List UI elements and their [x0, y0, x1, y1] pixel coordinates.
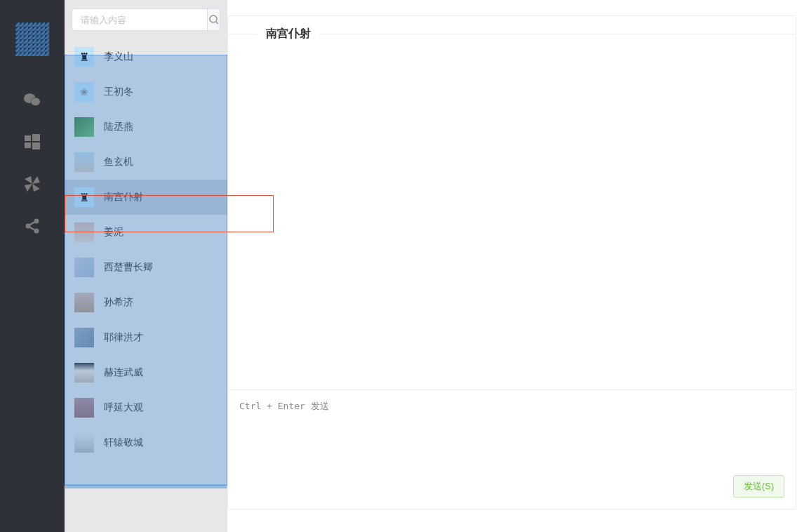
contact-avatar [74, 258, 94, 277]
wechat-icon[interactable] [24, 91, 41, 108]
svg-rect-3 [25, 135, 31, 141]
chat-input-area[interactable]: Ctrl + Enter 发送 发送(S) [228, 390, 796, 509]
svg-point-16 [210, 15, 217, 22]
contact-panel: ♜李义山❀王初冬陆丞燕鱼玄机♜南宫仆射姜泥西楚曹长卿孙希济耶律洪才赫连武威呼延大… [65, 0, 227, 532]
chat-title: 南宫仆射 [258, 27, 319, 41]
contact-name: 陆丞燕 [104, 121, 133, 133]
windows-icon[interactable] [24, 133, 41, 150]
contact-item[interactable]: 陆丞燕 [65, 109, 227, 145]
contact-item[interactable]: 赫连武威 [65, 355, 227, 390]
contact-item[interactable]: ♜李义山 [65, 39, 227, 74]
svg-rect-15 [27, 225, 36, 232]
contact-avatar [74, 398, 94, 418]
contact-item[interactable]: 孙希济 [65, 285, 227, 320]
contact-name: 李义山 [104, 51, 133, 63]
contact-avatar [74, 293, 94, 312]
contact-name: 赫连武威 [104, 366, 143, 379]
pinwheel-icon[interactable] [24, 175, 41, 192]
contact-name: 鱼玄机 [104, 156, 133, 168]
contact-name: 王初冬 [104, 86, 133, 98]
contact-item[interactable]: ❀王初冬 [65, 74, 227, 109]
contact-avatar [74, 222, 94, 242]
chat-message-area [228, 51, 796, 390]
contact-name: 姜泥 [104, 226, 123, 239]
contact-avatar: ♜ [74, 187, 94, 207]
contact-list: ♜李义山❀王初冬陆丞燕鱼玄机♜南宫仆射姜泥西楚曹长卿孙希济耶律洪才赫连武威呼延大… [65, 39, 227, 532]
contact-name: 南宫仆射 [104, 191, 143, 204]
contact-name: 耶律洪才 [104, 331, 143, 344]
search-bar [65, 0, 227, 39]
contact-item[interactable]: ♜南宫仆射 [65, 180, 227, 215]
contact-avatar [74, 363, 94, 383]
contact-item[interactable]: 鱼玄机 [65, 145, 227, 180]
contact-item[interactable]: 呼延大观 [65, 390, 227, 425]
svg-marker-8 [32, 176, 40, 184]
svg-point-2 [31, 98, 40, 105]
contact-avatar [74, 328, 94, 347]
search-input[interactable] [72, 8, 207, 31]
svg-marker-9 [32, 184, 40, 192]
contact-item[interactable]: 姜泥 [65, 215, 227, 250]
contact-avatar [74, 117, 94, 137]
svg-marker-7 [25, 176, 32, 184]
user-avatar[interactable] [15, 22, 49, 56]
search-button[interactable] [207, 8, 220, 31]
contact-item[interactable]: 耶律洪才 [65, 320, 227, 355]
svg-line-17 [216, 22, 218, 24]
chat-panel: 南宫仆射 Ctrl + Enter 发送 发送(S) [227, 15, 796, 510]
contact-avatar [74, 152, 94, 172]
contact-name: 西楚曹长卿 [104, 261, 153, 274]
share-icon[interactable] [24, 218, 41, 234]
svg-marker-10 [25, 184, 32, 192]
contact-avatar [74, 433, 94, 453]
nav-sidebar [0, 0, 65, 532]
contact-avatar: ❀ [74, 82, 94, 102]
input-hint: Ctrl + Enter 发送 [239, 400, 784, 413]
contact-name: 呼延大观 [104, 401, 143, 414]
contact-avatar: ♜ [74, 47, 94, 67]
contact-name: 孙希济 [104, 296, 133, 309]
contact-name: 轩辕敬城 [104, 437, 143, 449]
svg-rect-6 [32, 142, 40, 149]
chat-header: 南宫仆射 [228, 16, 796, 51]
contact-item[interactable]: 轩辕敬城 [65, 425, 227, 460]
svg-rect-4 [32, 134, 40, 141]
send-button[interactable]: 发送(S) [733, 475, 784, 498]
app-root: ♜李义山❀王初冬陆丞燕鱼玄机♜南宫仆射姜泥西楚曹长卿孙希济耶律洪才赫连武威呼延大… [0, 0, 809, 532]
contact-item[interactable]: 西楚曹长卿 [65, 250, 227, 285]
svg-rect-5 [25, 142, 31, 148]
